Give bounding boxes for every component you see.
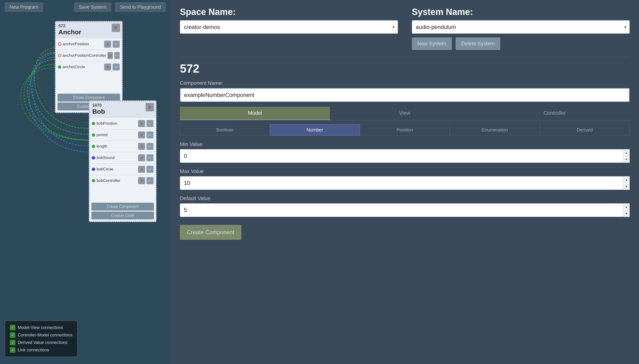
port-edit-button[interactable]: ✏ xyxy=(147,166,154,173)
sub-tab-position[interactable]: Position xyxy=(360,124,450,136)
bob-node-header: 1870 Bob 🗑 xyxy=(90,101,156,118)
anchor-delete-button[interactable]: 🗑 xyxy=(112,24,120,32)
trash-icon: 🗑 xyxy=(148,105,152,110)
default-value-spinners: ▲ ▼ xyxy=(623,203,630,217)
new-system-button[interactable]: New System xyxy=(412,37,452,50)
system-dropdown-wrap: audio-pendulum ▾ xyxy=(412,20,630,34)
save-system-button[interactable]: Save System xyxy=(74,2,111,12)
tab-row: Model View Controller xyxy=(180,107,630,120)
port-separator xyxy=(58,61,120,62)
sub-tab-row: Boolean Number Position Enumeration Deri… xyxy=(180,124,630,136)
edit-icon: ✏ xyxy=(149,168,151,171)
port-delete-button[interactable]: 🗑 xyxy=(138,132,145,138)
sub-tab-number[interactable]: Number xyxy=(270,124,360,136)
port-dot xyxy=(92,145,95,148)
port-dot xyxy=(92,168,95,171)
port-label: anchorPositionController xyxy=(63,53,106,58)
port-row: bobSound 🗑 ✏ xyxy=(90,153,156,162)
bob-custom-code-button[interactable]: Custom Code xyxy=(91,212,154,220)
system-name-group: System Name: audio-pendulum ▾ New System… xyxy=(412,7,630,50)
new-program-button[interactable]: New Program xyxy=(5,2,43,12)
port-separator xyxy=(58,50,120,50)
port-edit-button[interactable]: ✏ xyxy=(147,120,154,127)
trash-icon: 🗑 xyxy=(140,168,143,171)
port-dot xyxy=(58,54,61,57)
anchor-node-header: 572 Anchor 🗑 xyxy=(56,22,122,38)
system-buttons: New System Delete System xyxy=(412,37,630,50)
port-edit-button[interactable]: ✏ xyxy=(113,41,120,48)
port-row: bobCircle 🗑 ✏ xyxy=(90,164,156,174)
bob-node-id: 1870 xyxy=(92,103,153,108)
port-delete-button[interactable]: 🗑 xyxy=(138,143,145,150)
trash-icon: 🗑 xyxy=(114,26,118,30)
component-name-label: Component Name: xyxy=(180,80,630,86)
port-row: bobController 🗑 ✏ xyxy=(90,176,156,186)
port-label: bobCircle xyxy=(97,167,137,172)
component-name-input[interactable] xyxy=(180,88,630,102)
legend-checkbox: ✓ xyxy=(10,340,16,345)
port-label: length xyxy=(97,144,137,149)
min-value-input[interactable] xyxy=(180,149,630,163)
tab-model[interactable]: Model xyxy=(180,107,330,120)
port-dot xyxy=(92,122,95,125)
sub-tab-derived[interactable]: Derived xyxy=(540,124,630,136)
canvas-area: 572 Anchor 🗑 anchorPosition 🗑 ✏ xyxy=(0,14,171,364)
edit-icon: ✏ xyxy=(149,133,151,137)
create-component-button[interactable]: Create Component xyxy=(180,225,241,240)
legend-item: ✓ Link connections xyxy=(10,347,73,353)
port-delete-button[interactable]: 🗑 xyxy=(138,166,145,173)
min-value-wrap: ▲ ▼ xyxy=(180,149,630,163)
default-value-down-button[interactable]: ▼ xyxy=(623,210,630,217)
trash-icon: 🗑 xyxy=(140,133,143,137)
edit-icon: ✏ xyxy=(116,54,119,58)
port-row: bobPosition 🗑 ✏ xyxy=(90,119,156,128)
min-value-up-button[interactable]: ▲ xyxy=(623,149,630,156)
default-value-field: Default Value ▲ ▼ xyxy=(180,196,630,217)
port-label: anchorCircle xyxy=(63,65,103,69)
tab-controller[interactable]: Controller xyxy=(480,107,630,120)
sub-tab-boolean[interactable]: Boolean xyxy=(180,124,270,136)
port-edit-button[interactable]: ✏ xyxy=(147,154,154,161)
port-row: anchorPosition 🗑 ✏ xyxy=(56,40,122,49)
legend-item: ✓ Model-View connections xyxy=(10,325,73,330)
port-delete-button[interactable]: 🗑 xyxy=(104,41,111,48)
port-edit-button[interactable]: ✏ xyxy=(147,132,154,138)
system-dropdown[interactable]: audio-pendulum xyxy=(412,20,630,34)
send-to-playground-button[interactable]: Send to Playground xyxy=(115,2,166,12)
port-edit-button[interactable]: ✏ xyxy=(147,177,154,184)
anchor-node-name: Anchor xyxy=(59,28,119,36)
port-delete-button[interactable]: 🗑 xyxy=(138,154,145,161)
max-value-up-button[interactable]: ▲ xyxy=(623,176,630,183)
port-edit-button[interactable]: ✏ xyxy=(114,52,120,59)
port-edit-button[interactable]: ✏ xyxy=(147,143,154,150)
min-value-spinners: ▲ ▼ xyxy=(623,149,630,163)
max-value-label: Max Value xyxy=(180,168,630,174)
port-edit-button[interactable]: ✏ xyxy=(113,64,120,70)
right-panel: Space Name: creator-demos ▾ System Name:… xyxy=(171,0,639,364)
max-value-input[interactable] xyxy=(180,176,630,190)
bob-delete-button[interactable]: 🗑 xyxy=(146,103,154,111)
trash-icon: 🗑 xyxy=(140,122,143,126)
edit-icon: ✏ xyxy=(149,156,151,160)
port-delete-button[interactable]: 🗑 xyxy=(138,177,145,184)
space-dropdown[interactable]: creator-demos xyxy=(180,20,398,34)
default-value-wrap: ▲ ▼ xyxy=(180,203,630,217)
port-delete-button[interactable]: 🗑 xyxy=(108,52,113,59)
default-value-up-button[interactable]: ▲ xyxy=(623,203,630,210)
legend-label: Link connections xyxy=(18,348,49,352)
default-value-input[interactable] xyxy=(180,203,630,217)
delete-system-button[interactable]: Delete System xyxy=(456,37,500,50)
max-value-spinners: ▲ ▼ xyxy=(623,176,630,190)
max-value-down-button[interactable]: ▼ xyxy=(623,183,630,190)
bob-create-component-button[interactable]: Create Component xyxy=(91,203,154,210)
edit-icon: ✏ xyxy=(149,144,151,148)
tab-view[interactable]: View xyxy=(330,107,480,120)
port-row: length 🗑 ✏ xyxy=(90,142,156,151)
legend: ✓ Model-View connections ✓ Controller-Mo… xyxy=(5,320,78,357)
sub-tab-enumeration[interactable]: Enumeration xyxy=(450,124,540,136)
port-row: anchorCircle 🗑 ✏ xyxy=(56,62,122,72)
component-id: 572 xyxy=(180,62,630,76)
min-value-down-button[interactable]: ▼ xyxy=(623,156,630,163)
port-delete-button[interactable]: 🗑 xyxy=(104,64,111,70)
port-delete-button[interactable]: 🗑 xyxy=(138,120,145,127)
